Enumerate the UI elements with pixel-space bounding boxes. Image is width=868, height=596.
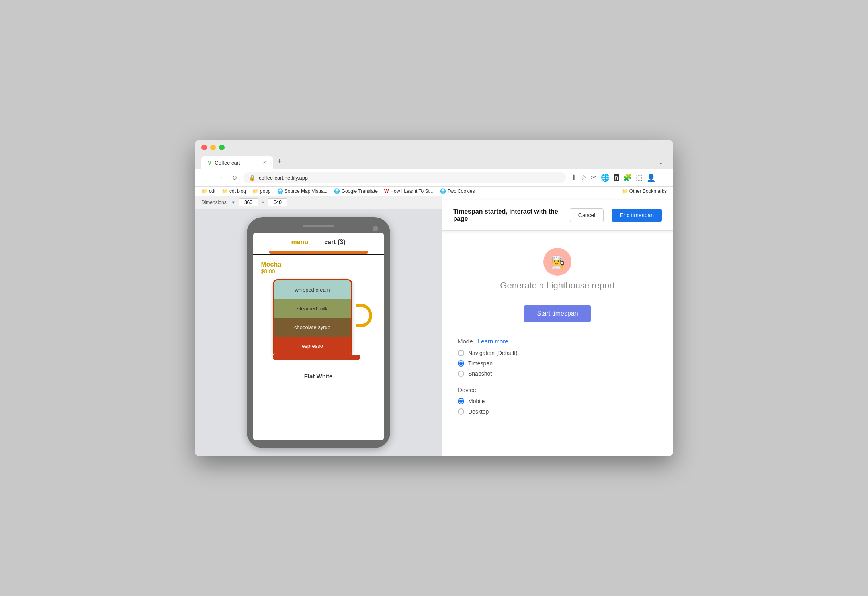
bookmark-label: goog <box>260 188 271 194</box>
new-tab-button[interactable]: + <box>274 154 285 169</box>
bookmark-label: Source Map Visua... <box>285 188 328 194</box>
scissors-icon[interactable]: ✂ <box>591 173 597 182</box>
bookmarks-bar: 📁 cdt 📁 cdt blog 📁 goog 🌐 Source Map Vis… <box>195 187 673 196</box>
bookmark-icon[interactable]: ☆ <box>581 173 587 182</box>
navigation-label: Navigation (Default) <box>468 350 518 356</box>
navigation-radio[interactable] <box>458 350 464 356</box>
mobile-radio[interactable] <box>458 398 464 404</box>
start-timespan-button[interactable]: Start timespan <box>524 305 590 322</box>
secure-icon: 🔒 <box>249 174 256 181</box>
timespan-label: Timespan <box>468 360 493 367</box>
bookmark-cdt[interactable]: 📁 cdt <box>201 188 215 194</box>
bookmark-other[interactable]: 📁 Other Bookmarks <box>622 188 667 194</box>
cancel-button[interactable]: Cancel <box>570 208 604 222</box>
bookmark-cdt-blog[interactable]: 📁 cdt blog <box>222 188 246 194</box>
bookmark-label: How I Learnt To St... <box>390 188 434 194</box>
active-tab[interactable]: V Coffee cart ✕ <box>201 156 273 169</box>
bookmark-two-cookies[interactable]: 🌐 Two Cookies <box>440 188 475 194</box>
bookmark-source-map[interactable]: 🌐 Source Map Visua... <box>277 188 328 194</box>
lighthouse-icon: 👨‍🍳 <box>543 248 571 276</box>
title-bar: V Coffee cart ✕ + ⌄ <box>195 140 673 169</box>
mode-radio-options: Navigation (Default) Timespan Snapshot <box>458 350 657 377</box>
extension-icon[interactable]: n <box>614 174 619 181</box>
device-desktop-option[interactable]: Desktop <box>458 408 657 415</box>
tab-close-icon[interactable]: ✕ <box>263 160 267 165</box>
cart-tab[interactable]: cart (3) <box>324 239 345 247</box>
tab-bar: V Coffee cart ✕ + ⌄ <box>201 154 667 169</box>
close-button[interactable] <box>201 145 207 150</box>
bookmark-goog[interactable]: 📁 goog <box>252 188 271 194</box>
end-timespan-button[interactable]: End timespan <box>612 209 662 222</box>
lighthouse-content: 👨‍🍳 Generate a Lighthouse report Start t… <box>442 196 673 431</box>
dimensions-dropdown[interactable]: ▼ <box>231 200 235 205</box>
sidebar-toggle-icon[interactable]: ⬚ <box>636 173 643 182</box>
device-label: Device <box>458 386 657 393</box>
refresh-button[interactable]: ↻ <box>230 173 239 183</box>
back-button[interactable]: ← <box>201 173 211 183</box>
toolbar-icons: ⬆ ☆ ✂ 🌐 n 🧩 ⬚ 👤 ⋮ <box>571 173 667 182</box>
globe-icon[interactable]: 🌐 <box>601 173 610 182</box>
phone-speaker <box>303 225 334 227</box>
mode-label: Mode <box>458 338 473 345</box>
tab-chevron-icon[interactable]: ⌄ <box>655 155 667 169</box>
url-text: coffee-cart.netlify.app <box>259 175 560 181</box>
w-icon: W <box>384 188 389 194</box>
phone-mockup: menu cart (3) Mocha $8.00 w <box>247 217 390 448</box>
phone-camera <box>373 226 378 231</box>
snapshot-radio[interactable] <box>458 371 464 377</box>
orange-bar <box>269 251 368 254</box>
mode-navigation-option[interactable]: Navigation (Default) <box>458 350 657 356</box>
main-content: Dimensions: ▼ × ⋮ menu <box>195 196 673 456</box>
layer-chocolate-syrup: chocolate syrup <box>274 318 351 337</box>
device-radio-options: Mobile Desktop <box>458 398 657 415</box>
bookmark-how-i-learnt[interactable]: W How I Learnt To St... <box>384 188 434 194</box>
globe-icon: 🌐 <box>440 188 446 194</box>
device-mobile-option[interactable]: Mobile <box>458 398 657 404</box>
learn-more-link[interactable]: Learn more <box>478 338 508 345</box>
traffic-lights <box>201 145 667 150</box>
bookmark-label: cdt blog <box>229 188 246 194</box>
cup-handle <box>356 304 372 327</box>
flat-white-item: Flat White <box>253 367 384 381</box>
menu-tab[interactable]: menu <box>291 239 308 247</box>
height-input[interactable] <box>268 198 287 206</box>
forward-button[interactable]: → <box>216 173 225 183</box>
chef-icon: 👨‍🍳 <box>550 255 565 269</box>
coffee-cup-wrapper: whipped cream steamed milk chocolate syr… <box>261 279 376 360</box>
device-section: Device Mobile Desktop <box>458 386 657 415</box>
timespan-dialog: Timespan started, interact with the page… <box>442 200 673 231</box>
bookmark-label: cdt <box>209 188 215 194</box>
maximize-button[interactable] <box>219 145 225 150</box>
desktop-radio[interactable] <box>458 408 464 415</box>
puzzle-icon[interactable]: 🧩 <box>623 173 632 182</box>
dimensions-label: Dimensions: <box>201 200 228 205</box>
mode-timespan-option[interactable]: Timespan <box>458 360 657 367</box>
more-options-icon[interactable]: ⋮ <box>291 200 295 205</box>
mode-section: Mode Learn more Navigation (Default) Tim… <box>458 338 657 377</box>
item-price: $8.00 <box>261 268 376 274</box>
phone-screen: menu cart (3) Mocha $8.00 w <box>253 233 384 440</box>
avatar-icon[interactable]: 👤 <box>647 173 655 182</box>
devtools-panel: Dimensions: ▼ × ⋮ menu <box>195 196 442 456</box>
folder-icon: 📁 <box>252 188 258 194</box>
minimize-button[interactable] <box>210 145 216 150</box>
dimension-separator: × <box>262 200 264 205</box>
lighthouse-icon-area: 👨‍🍳 Generate a Lighthouse report <box>458 248 657 299</box>
mobile-label: Mobile <box>468 398 485 404</box>
folder-icon: 📁 <box>201 188 207 194</box>
desktop-label: Desktop <box>468 408 489 415</box>
phone-area: menu cart (3) Mocha $8.00 w <box>195 209 442 456</box>
mode-snapshot-option[interactable]: Snapshot <box>458 371 657 377</box>
coffee-nav: menu cart (3) <box>253 233 384 251</box>
dimensions-bar: Dimensions: ▼ × ⋮ <box>195 196 442 209</box>
address-bar[interactable]: 🔒 coffee-cart.netlify.app <box>243 172 566 183</box>
timespan-radio[interactable] <box>458 360 464 367</box>
layer-steamed-milk: steamed milk <box>274 299 351 318</box>
bookmark-label: Other Bookmarks <box>629 188 667 194</box>
address-bar-row: ← → ↻ 🔒 coffee-cart.netlify.app ⬆ ☆ ✂ 🌐 … <box>195 169 673 187</box>
more-menu-icon[interactable]: ⋮ <box>659 173 667 182</box>
width-input[interactable] <box>239 198 258 206</box>
bookmark-google-translate[interactable]: 🌐 Google Translate <box>334 188 378 194</box>
bookmark-label: Two Cookies <box>448 188 475 194</box>
share-icon[interactable]: ⬆ <box>571 173 577 182</box>
